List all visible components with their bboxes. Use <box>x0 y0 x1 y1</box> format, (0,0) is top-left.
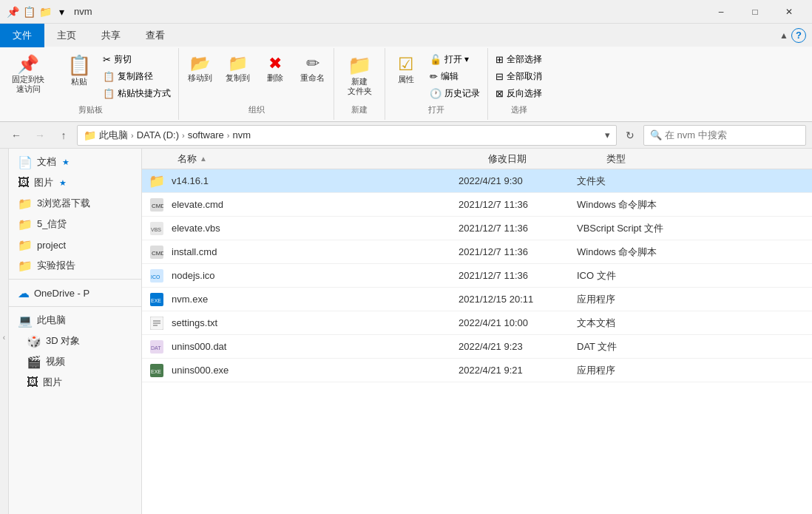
col-type[interactable]: 类型 <box>600 152 812 166</box>
sidebar-item-video[interactable]: 🎬 视频 <box>9 351 141 372</box>
group-organize: 📂 移动到 📁 复制到 ✖ 删除 ✏ 重命名 组织 <box>179 48 334 120</box>
copyto-button[interactable]: 📁 复制到 <box>221 51 254 86</box>
back-button[interactable]: ← <box>6 125 27 146</box>
file-row-elevatevbs[interactable]: VBS elevate.vbs 2021/12/7 11:36 VBScript… <box>142 217 812 240</box>
pictures-icon: 🖼 <box>18 176 30 189</box>
ribbon-content: 📌 固定到快速访问 📋 粘贴 ✂ 剪切 📋 复制路径 <box>0 47 812 121</box>
file-date-v14161: 2022/4/21 9:30 <box>453 175 571 186</box>
file-row-nodejsico[interactable]: ICO nodejs.ico 2021/12/7 11:36 ICO 文件 <box>142 264 812 288</box>
file-date-unins000exe: 2022/4/21 9:21 <box>453 365 571 376</box>
sidebar-collapse-handle[interactable]: ‹ <box>0 149 9 514</box>
selectall-button[interactable]: ⊞ 全部选择 <box>493 51 545 67</box>
collapse-ribbon-icon[interactable]: ▲ <box>779 30 788 41</box>
deselectall-button[interactable]: ⊟ 全部取消 <box>493 68 545 84</box>
file-date-nvmexe: 2021/12/15 20:11 <box>453 294 571 305</box>
sidebar-item-thispc[interactable]: 💻 此电脑 <box>9 310 141 331</box>
invert-icon: ⊠ <box>495 88 504 99</box>
sidebar-item-onedrive[interactable]: ☁ OneDrive - P <box>9 283 141 303</box>
help-icon[interactable]: ? <box>791 28 806 43</box>
pasteshortcut-icon: 📋 <box>103 88 115 99</box>
file-row-nvmexe[interactable]: EXE nvm.exe 2021/12/15 20:11 应用程序 <box>142 288 812 311</box>
col-date[interactable]: 修改日期 <box>482 152 600 166</box>
sidebar-item-3dobjects[interactable]: 🎲 3D 对象 <box>9 331 141 351</box>
sidebar-item-xinloan[interactable]: 📁 5_信贷 <box>9 214 141 234</box>
newfolder-button[interactable]: 📁 新建文件夹 <box>339 51 380 99</box>
file-row-installcmd[interactable]: CMD install.cmd 2021/12/7 11:36 Windows … <box>142 240 812 264</box>
sidebar-label-onedrive: OneDrive - P <box>34 288 89 299</box>
invert-label: 反向选择 <box>507 87 542 100</box>
file-date-installcmd: 2021/12/7 11:36 <box>453 246 571 257</box>
minimize-button[interactable]: – <box>704 0 738 24</box>
file-type-nvmexe: 应用程序 <box>571 293 812 306</box>
sidebar-divider2 <box>9 306 141 307</box>
open-icon: 🔓 <box>430 54 441 65</box>
open-button[interactable]: 🔓 打开 ▾ <box>427 51 483 67</box>
file-row-settingstxt[interactable]: settings.txt 2022/4/21 10:00 文本文档 <box>142 311 812 335</box>
dropdown-icon[interactable]: ▾ <box>55 5 68 18</box>
file-type-v14161: 文件夹 <box>571 175 812 188</box>
pin-marker2: ★ <box>59 178 67 188</box>
forward-button[interactable]: → <box>30 125 50 146</box>
sidebar-item-project[interactable]: 📁 project <box>9 234 141 255</box>
edit-button[interactable]: ✏ 编辑 <box>427 68 483 84</box>
cut-button[interactable]: ✂ 剪切 <box>100 51 174 67</box>
up-button[interactable]: ↑ <box>53 125 74 146</box>
breadcrumb-software[interactable]: software <box>188 129 224 141</box>
paste-icon: 📋 <box>67 54 91 77</box>
paste-button[interactable]: 📋 粘贴 <box>61 51 97 89</box>
sidebar-item-pictures[interactable]: 🖼 图片 ★ <box>9 172 141 193</box>
sidebar-item-pictures2[interactable]: 🖼 图片 <box>9 372 141 393</box>
search-bar[interactable]: 🔍 <box>643 125 806 146</box>
paste-shortcut-button[interactable]: 📋 粘贴快捷方式 <box>100 85 174 101</box>
address-dropdown[interactable]: ▾ <box>605 129 610 141</box>
pin-to-quickaccess-button[interactable]: 📌 固定到快速访问 <box>7 51 49 97</box>
file-name-elevatecmd: elevate.cmd <box>172 199 453 210</box>
sidebar-item-documents[interactable]: 📄 文档 ★ <box>9 152 141 172</box>
sidebar-label-video: 视频 <box>46 355 65 368</box>
3d-icon: 🎲 <box>27 334 41 348</box>
sidebar-item-downloads[interactable]: 📁 3浏览器下载 <box>9 193 141 214</box>
maximize-button[interactable]: □ <box>738 0 772 24</box>
file-row-elevatecmd[interactable]: CMD elevate.cmd 2021/12/7 11:36 Windows … <box>142 193 812 217</box>
newfolder-label: 新建文件夹 <box>348 77 372 96</box>
breadcrumb-pc[interactable]: 此电脑 <box>99 129 128 142</box>
tab-wenjian[interactable]: 文件 <box>0 24 44 47</box>
invert-button[interactable]: ⊠ 反向选择 <box>493 85 545 101</box>
file-date-nodejsico: 2021/12/7 11:36 <box>453 270 571 281</box>
history-icon: 🕐 <box>430 88 441 99</box>
tab-gongxiang[interactable]: 共享 <box>89 24 133 47</box>
delete-button[interactable]: ✖ 删除 <box>259 51 291 86</box>
close-button[interactable]: ✕ <box>772 0 806 24</box>
file-row-unins000exe[interactable]: EXE unins000.exe 2022/4/21 9:21 应用程序 <box>142 359 812 382</box>
sidebar-item-report[interactable]: 📁 实验报告 <box>9 255 141 276</box>
file-row-v14161[interactable]: 📁 v14.16.1 2022/4/21 9:30 文件夹 <box>142 169 812 193</box>
col-name[interactable]: 名称 ▲ <box>172 152 482 166</box>
file-name-unins000dat: unins000.dat <box>172 341 453 352</box>
copypath-label: 复制路径 <box>118 70 153 83</box>
rename-button[interactable]: ✏ 重命名 <box>296 51 329 86</box>
report-icon: 📁 <box>18 259 33 273</box>
refresh-button[interactable]: ↻ <box>620 125 640 146</box>
window-title: nvm <box>74 6 698 17</box>
open-label: 打开 <box>390 103 483 117</box>
copy-path-button[interactable]: 📋 复制路径 <box>100 68 174 84</box>
breadcrumb-data[interactable]: DATA (D:) <box>137 129 179 141</box>
rename-icon: ✏ <box>306 54 319 73</box>
moveto-button[interactable]: 📂 移动到 <box>183 51 217 86</box>
svg-text:EXE: EXE <box>151 298 161 303</box>
file-date-unins000dat: 2022/4/21 9:23 <box>453 341 571 352</box>
exe-icon-nvm: EXE <box>142 293 172 306</box>
file-name-settingstxt: settings.txt <box>172 317 453 328</box>
search-input[interactable] <box>665 129 799 141</box>
tab-chakan[interactable]: 查看 <box>133 24 177 47</box>
properties-button[interactable]: ☑ 属性 <box>390 51 422 87</box>
history-button[interactable]: 🕐 历史记录 <box>427 85 483 101</box>
file-list: 📁 v14.16.1 2022/4/21 9:30 文件夹 CMD elevat… <box>142 169 812 514</box>
address-bar[interactable]: 📁 此电脑 › DATA (D:) › software › nvm ▾ <box>77 125 617 146</box>
breadcrumb-arrow3: › <box>227 131 230 140</box>
file-row-unins000dat[interactable]: DAT unins000.dat 2022/4/21 9:23 DAT 文件 <box>142 335 812 359</box>
delete-icon: ✖ <box>268 54 282 73</box>
edit-icon: ✏ <box>430 71 438 82</box>
tab-zhuyei[interactable]: 主页 <box>44 24 89 47</box>
file-date-settingstxt: 2022/4/21 10:00 <box>453 317 571 328</box>
